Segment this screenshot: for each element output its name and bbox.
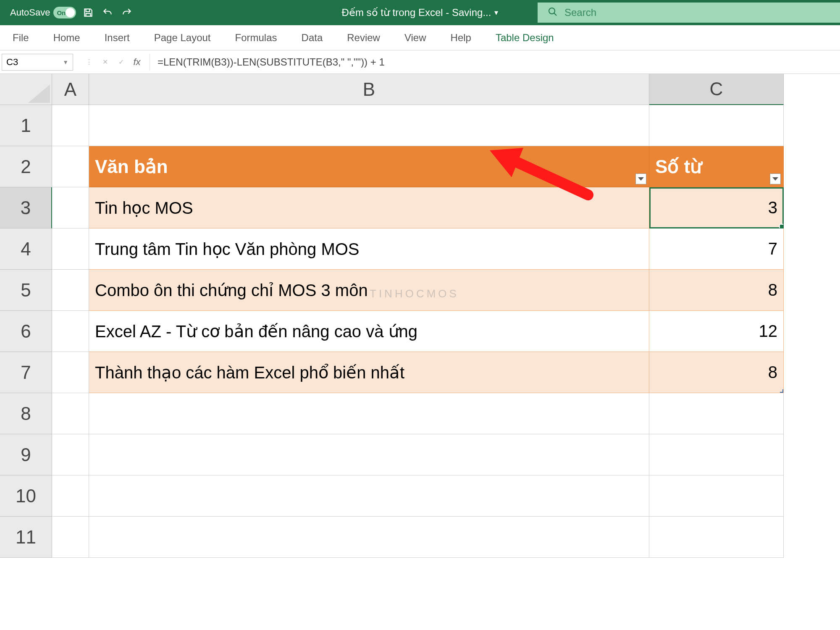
formula-bar: C3 ▼ ⋮ ✕ ✓ fx =LEN(TRIM(B3))-LEN(SUBSTIT… [0,50,840,74]
cell-b7[interactable]: Thành thạo các hàm Excel phổ biến nhất [89,352,649,393]
table-header-sotu-label: Số từ [655,156,702,177]
search-input[interactable] [564,7,830,18]
cell-b5[interactable]: Combo ôn thi chứng chỉ MOS 3 môn [89,270,649,311]
tab-formulas[interactable]: Formulas [227,29,286,47]
cell-c11[interactable] [649,517,784,558]
search-icon [548,7,558,18]
row-10: 10 [0,475,784,517]
enter-icon[interactable]: ✓ [115,56,127,68]
column-header-a[interactable]: A [52,74,89,105]
name-box[interactable]: C3 ▼ [2,54,73,71]
tab-home[interactable]: Home [45,29,89,47]
cell-a7[interactable] [52,352,89,393]
cell-c6[interactable]: 12 [649,311,784,352]
row-header-9[interactable]: 9 [0,434,52,475]
cell-a8[interactable] [52,393,89,434]
cell-a6[interactable] [52,311,89,352]
column-header-b[interactable]: B [89,74,649,105]
formula-input[interactable]: =LEN(TRIM(B3))-LEN(SUBSTITUTE(B3," ","")… [150,56,840,68]
table-header-sotu[interactable]: Số từ [649,146,784,187]
cell-a3[interactable] [52,187,89,228]
row-3: 3 Tin học MOS 3 [0,187,784,228]
cell-a4[interactable] [52,228,89,270]
row-9: 9 [0,434,784,475]
name-box-value: C3 [6,57,18,68]
table-resize-handle-icon[interactable] [780,389,784,393]
cell-a9[interactable] [52,434,89,475]
filter-dropdown-icon[interactable] [770,173,781,184]
quick-access-toolbar: AutoSave On [0,5,134,20]
cell-a11[interactable] [52,517,89,558]
cell-c1[interactable] [649,105,784,146]
cell-b1[interactable] [89,105,649,146]
undo-icon[interactable] [100,5,115,20]
fx-icon[interactable]: fx [131,56,143,68]
cell-b10[interactable] [89,475,649,517]
table-header-vanban[interactable]: Văn bản [89,146,649,187]
row-header-2[interactable]: 2 [0,146,52,187]
document-title[interactable]: Đếm số từ trong Excel - Saving... ▾ [342,7,499,18]
tab-review[interactable]: Review [339,29,388,47]
cell-c10[interactable] [649,475,784,517]
row-1: 1 [0,105,784,146]
vertical-dots-icon: ⋮ [83,56,95,68]
ribbon-tabs: File Home Insert Page Layout Formulas Da… [0,25,840,50]
select-all-corner[interactable] [0,74,52,105]
row-header-6[interactable]: 6 [0,311,52,352]
tab-insert[interactable]: Insert [96,29,138,47]
tab-data[interactable]: Data [293,29,331,47]
cell-a2[interactable] [52,146,89,187]
cell-b3[interactable]: Tin học MOS [89,187,649,228]
row-header-11[interactable]: 11 [0,517,52,558]
autosave-switch[interactable]: On [53,7,76,18]
rows: 1 2 Văn bản Số từ 3 [0,105,784,558]
cell-c3[interactable]: 3 [649,187,784,228]
cell-b8[interactable] [89,393,649,434]
search-box[interactable] [538,3,840,23]
worksheet-area[interactable]: TINHOCMOS A B C 1 2 [0,74,840,630]
chevron-down-icon: ▾ [494,8,498,17]
cell-c9[interactable] [649,434,784,475]
chevron-down-icon[interactable]: ▼ [63,59,68,66]
cell-a10[interactable] [52,475,89,517]
tab-view[interactable]: View [396,29,435,47]
save-icon[interactable] [81,5,95,20]
row-header-5[interactable]: 5 [0,270,52,311]
row-7: 7 Thành thạo các hàm Excel phổ biến nhất… [0,352,784,393]
toggle-dot [66,8,75,17]
cell-a5[interactable] [52,270,89,311]
cell-c8[interactable] [649,393,784,434]
tab-help[interactable]: Help [442,29,480,47]
row-header-4[interactable]: 4 [0,228,52,270]
row-header-3[interactable]: 3 [0,187,52,228]
row-header-10[interactable]: 10 [0,475,52,517]
cell-b6[interactable]: Excel AZ - Từ cơ bản đến nâng cao và ứng [89,311,649,352]
row-header-7[interactable]: 7 [0,352,52,393]
cancel-icon[interactable]: ✕ [99,56,111,68]
row-header-8[interactable]: 8 [0,393,52,434]
autosave-label: AutoSave [10,7,50,18]
cell-c5[interactable]: 8 [649,270,784,311]
column-headers: A B C [0,74,784,105]
tab-file[interactable]: File [4,29,37,47]
redo-icon[interactable] [120,5,134,20]
cell-b9[interactable] [89,434,649,475]
toggle-state-label: On [57,9,66,16]
svg-point-0 [549,8,555,14]
row-header-1[interactable]: 1 [0,105,52,146]
tab-table-design[interactable]: Table Design [487,29,562,47]
row-8: 8 [0,393,784,434]
cell-c7[interactable]: 8 [649,352,784,393]
row-2: 2 Văn bản Số từ [0,146,784,187]
cell-b4[interactable]: Trung tâm Tin học Văn phòng MOS [89,228,649,270]
filter-dropdown-icon[interactable] [635,173,646,184]
table-header-vanban-label: Văn bản [95,156,168,177]
tab-page-layout[interactable]: Page Layout [146,29,219,47]
autosave-toggle[interactable]: AutoSave On [10,7,76,18]
cell-a1[interactable] [52,105,89,146]
formula-bar-buttons: ⋮ ✕ ✓ fx [76,54,150,71]
title-bar: AutoSave On Đếm số từ trong Excel - Savi… [0,0,840,25]
cell-b11[interactable] [89,517,649,558]
cell-c4[interactable]: 7 [649,228,784,270]
column-header-c[interactable]: C [649,74,784,105]
